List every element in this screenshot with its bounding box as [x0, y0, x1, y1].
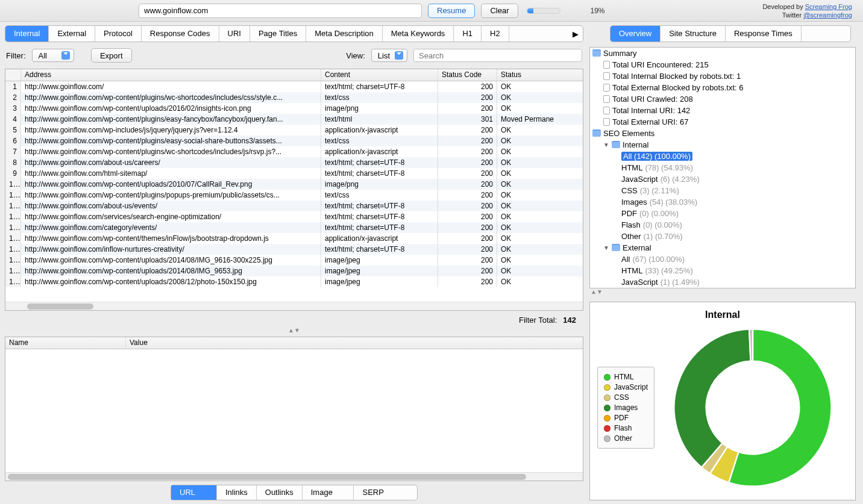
tab-meta-description[interactable]: Meta Description: [306, 26, 383, 42]
view-select[interactable]: List: [371, 49, 407, 62]
details-header-value[interactable]: Value: [126, 337, 583, 349]
tree-row[interactable]: Images (54) (38.03%): [590, 196, 855, 208]
disclosure-triangle-icon[interactable]: ▼: [603, 244, 609, 251]
tab-protocol[interactable]: Protocol: [95, 26, 142, 42]
legend-item: Images: [604, 403, 648, 412]
tree-row[interactable]: HTML (78) (54.93%): [590, 162, 855, 173]
tab-meta-keywords[interactable]: Meta Keywords: [383, 26, 454, 42]
table-row[interactable]: 11http://www.goinflow.com/wp-content/plu…: [5, 190, 583, 201]
results-table: Address Content Status Code Status 1http…: [5, 69, 583, 311]
overview-tree[interactable]: SummaryTotal URI Encountered: 215Total I…: [589, 47, 856, 288]
table-row[interactable]: 13http://www.goinflow.com/services/searc…: [5, 211, 583, 222]
table-row[interactable]: 12http://www.goinflow.com/about-us/event…: [5, 201, 583, 211]
table-row[interactable]: 4http://www.goinflow.com/wp-content/plug…: [5, 114, 583, 125]
table-row[interactable]: 8http://www.goinflow.com/about-us/career…: [5, 157, 583, 168]
file-icon: [603, 95, 610, 103]
table-header-content[interactable]: Content: [321, 69, 438, 81]
filter-label: Filter:: [6, 51, 26, 60]
search-input[interactable]: [413, 49, 582, 62]
tree-row[interactable]: ▼External: [590, 242, 855, 254]
table-header: Address Content Status Code Status: [5, 69, 583, 81]
bottom-tab-outlinks[interactable]: Outlinks: [257, 485, 303, 500]
bottom-tab-serp-snippet[interactable]: SERP Snippet: [354, 485, 417, 500]
details-horizontal-scrollbar[interactable]: [5, 472, 583, 481]
clear-button[interactable]: Clear: [481, 4, 518, 18]
right-tab-strip: OverviewSite StructureResponse Times: [610, 25, 851, 42]
chevron-down-icon: [395, 51, 403, 60]
tree-row[interactable]: JavaScript (6) (4.23%): [590, 173, 855, 185]
file-icon: [603, 118, 610, 126]
filter-select[interactable]: All: [32, 49, 74, 62]
tree-row[interactable]: Total Internal Blocked by robots.txt: 1: [590, 70, 855, 82]
top-toolbar: Resume Clear 19% Developed by Screaming …: [0, 0, 863, 22]
table-header-address[interactable]: Address: [21, 69, 321, 81]
tree-row[interactable]: Total URI Crawled: 208: [590, 93, 855, 105]
table-header-statuscode[interactable]: Status Code: [438, 69, 497, 81]
table-row[interactable]: 16http://www.goinflow.com/inflow-nurture…: [5, 244, 583, 255]
tree-row[interactable]: Other (1) (0.70%): [590, 231, 855, 242]
table-row[interactable]: 6http://www.goinflow.com/wp-content/plug…: [5, 135, 583, 146]
tab-overflow-arrow-icon[interactable]: ▶: [568, 30, 583, 39]
right-tab-overview[interactable]: Overview: [610, 26, 661, 42]
right-tab-site-structure[interactable]: Site Structure: [661, 26, 726, 42]
table-row[interactable]: 18http://www.goinflow.com/wp-content/upl…: [5, 266, 583, 276]
right-tab-response-times[interactable]: Response Times: [726, 26, 802, 42]
tree-row[interactable]: Total External Blocked by robots.txt: 6: [590, 82, 855, 93]
tab-h1[interactable]: H1: [454, 26, 482, 42]
table-row[interactable]: 15http://www.goinflow.com/wp-content/the…: [5, 233, 583, 244]
filter-row: Filter: All Export View: List: [6, 48, 582, 63]
tree-row[interactable]: Total URI Encountered: 215: [590, 59, 855, 70]
tab-external[interactable]: External: [49, 26, 95, 42]
legend-item: CSS: [604, 393, 648, 402]
tree-row[interactable]: All (142) (100.00%): [590, 151, 855, 162]
table-row[interactable]: 10http://www.goinflow.com/wp-content/upl…: [5, 179, 583, 190]
table-row[interactable]: 1http://www.goinflow.com/text/html; char…: [5, 81, 583, 92]
legend-item: HTML: [604, 373, 648, 381]
table-row[interactable]: 3http://www.goinflow.com/wp-content/uplo…: [5, 103, 583, 114]
bottom-tab-image-info[interactable]: Image Info: [303, 485, 354, 500]
tab-uri[interactable]: URI: [219, 26, 250, 42]
credits: Developed by Screaming Frog Twitter @scr…: [762, 2, 852, 19]
legend-item: Other: [604, 434, 648, 443]
table-row[interactable]: 2http://www.goinflow.com/wp-content/plug…: [5, 92, 583, 103]
table-row[interactable]: 14http://www.goinflow.com/category/event…: [5, 222, 583, 233]
export-button[interactable]: Export: [91, 48, 132, 63]
resume-button[interactable]: Resume: [428, 4, 475, 18]
tree-row[interactable]: CSS (3) (2.11%): [590, 185, 855, 196]
tab-response-codes[interactable]: Response Codes: [142, 26, 219, 42]
tree-row[interactable]: Flash (0) (0.00%): [590, 219, 855, 231]
table-row[interactable]: 5http://www.goinflow.com/wp-includes/js/…: [5, 125, 583, 135]
right-splitter-handle[interactable]: ▲▼: [589, 288, 856, 297]
details-header-name[interactable]: Name: [5, 337, 126, 349]
table-row[interactable]: 17http://www.goinflow.com/wp-content/upl…: [5, 255, 583, 266]
disclosure-triangle-icon[interactable]: ▼: [603, 142, 609, 148]
file-icon: [603, 72, 610, 80]
table-header-status[interactable]: Status: [497, 69, 583, 81]
right-pane: OverviewSite StructureResponse Times Sum…: [588, 22, 861, 504]
tab-h2[interactable]: H2: [482, 26, 509, 42]
tree-row[interactable]: All (67) (100.00%): [590, 254, 855, 265]
tree-row[interactable]: Total External URI: 67: [590, 116, 855, 128]
bottom-tab-inlinks[interactable]: Inlinks: [217, 485, 257, 500]
bottom-tab-url-info[interactable]: URL Info: [171, 485, 217, 500]
tree-row[interactable]: Total Internal URI: 142: [590, 105, 855, 116]
folder-icon: [612, 141, 620, 148]
table-row[interactable]: 7http://www.goinflow.com/wp-content/plug…: [5, 146, 583, 157]
tree-row[interactable]: JavaScript (1) (1.49%): [590, 276, 855, 288]
folder-icon: [592, 129, 601, 137]
credits-link-sf[interactable]: Screaming Frog: [805, 3, 852, 10]
tree-row[interactable]: ▼Internal: [590, 139, 855, 151]
table-row[interactable]: 19http://www.goinflow.com/wp-content/upl…: [5, 276, 583, 287]
tree-row[interactable]: Summary: [590, 48, 855, 59]
tree-row[interactable]: SEO Elements: [590, 128, 855, 139]
crawl-url-input[interactable]: [139, 4, 422, 18]
tree-row[interactable]: PDF (0) (0.00%): [590, 208, 855, 219]
table-row[interactable]: 9http://www.goinflow.com/html-sitemap/te…: [5, 168, 583, 179]
donut-chart: [654, 320, 850, 495]
splitter-handle[interactable]: ▲▼: [5, 327, 583, 335]
horizontal-scrollbar[interactable]: [5, 302, 583, 310]
tree-row[interactable]: HTML (33) (49.25%): [590, 265, 855, 276]
tab-page-titles[interactable]: Page Titles: [250, 26, 306, 42]
credits-link-twitter[interactable]: @screamingfrog: [803, 11, 852, 19]
tab-internal[interactable]: Internal: [5, 26, 49, 42]
